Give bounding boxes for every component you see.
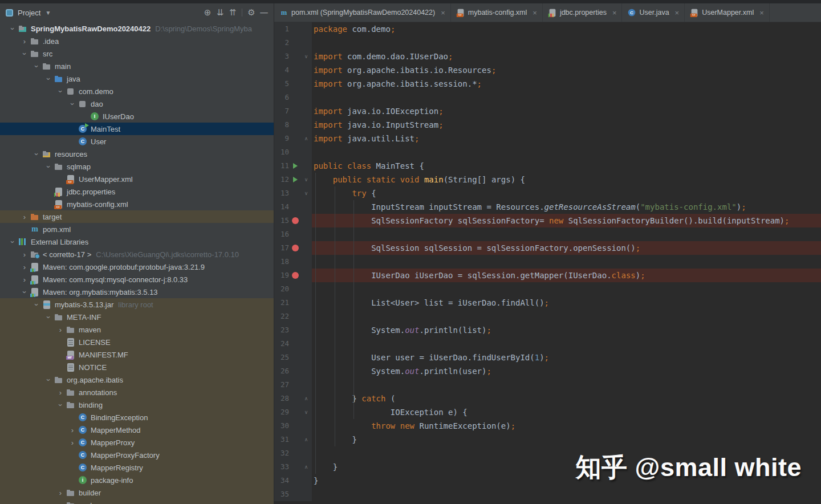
code-text[interactable]: import java.util.List; <box>312 132 821 145</box>
tree-row-mapperproxyfactory[interactable]: CMapperProxyFactory <box>0 449 274 461</box>
code-text[interactable]: import java.io.InputStream; <box>312 118 821 132</box>
chevron-right-icon[interactable]: › <box>55 502 66 504</box>
tree-row-usermapper-xml[interactable]: <>UserMapper.xml <box>0 173 274 185</box>
code-text[interactable]: IOException e) { <box>312 405 821 419</box>
tree-row-mybatis-config-xml[interactable]: <>mybatis-config.xml <box>0 198 274 210</box>
tab-close-icon[interactable]: × <box>759 9 764 17</box>
tree-row-maintest[interactable]: CMainTest <box>0 123 274 135</box>
chevron-right-icon[interactable]: › <box>67 439 78 446</box>
tree-row-maven-com-mysql-mysql-connector-j-8-0-33[interactable]: ›Maven: com.mysql:mysql-connector-j:8.0.… <box>0 273 274 286</box>
tree-row-pom-xml[interactable]: mpom.xml <box>0 223 274 235</box>
chevron-right-icon[interactable]: › <box>33 299 40 310</box>
chevron-right-icon[interactable]: › <box>55 389 66 396</box>
tree-row-user[interactable]: CUser <box>0 135 274 148</box>
fold-icon[interactable]: ∧ <box>302 392 311 405</box>
chevron-right-icon[interactable]: › <box>57 86 64 97</box>
tree-row-sqlmap[interactable]: ›sqlmap <box>0 160 274 173</box>
tree-row-corretto-17[interactable]: ›< corretto-17 >C:\Users\XieGuangQi\.jdk… <box>0 248 274 261</box>
tree-row-iuserdao[interactable]: IIUserDao <box>0 110 274 123</box>
fold-icon[interactable]: ∧ <box>302 132 311 145</box>
tree-row-external-libraries[interactable]: ›External Libraries <box>0 235 274 248</box>
tab-mybatis-config-xml[interactable]: <>mybatis-config.xml× <box>451 3 543 22</box>
code-text[interactable]: public static void main(String[] args) { <box>312 173 821 186</box>
tree-row-mapperregistry[interactable]: CMapperRegistry <box>0 461 274 474</box>
tree-row-com-demo[interactable]: ›com.demo <box>0 85 274 97</box>
chevron-right-icon[interactable]: › <box>9 236 17 247</box>
chevron-right-icon[interactable]: › <box>9 23 17 34</box>
chevron-right-icon[interactable]: › <box>19 276 30 283</box>
code-text[interactable]: import java.io.IOException; <box>312 104 821 118</box>
fold-icon[interactable]: ∧ <box>302 433 311 446</box>
code-text[interactable]: throw new RuntimeException(e); <box>312 419 821 433</box>
code-text[interactable]: IUserDao iUserDao = sqlSession.getMapper… <box>312 269 821 282</box>
tree-row-maven[interactable]: ›maven <box>0 323 274 336</box>
fold-icon[interactable]: ∧ <box>302 460 311 474</box>
code-text[interactable] <box>312 282 821 296</box>
chevron-right-icon[interactable]: › <box>57 399 64 410</box>
code-text[interactable]: import org.apache.ibatis.session.*; <box>312 77 821 91</box>
tree-row-cache[interactable]: ›cache <box>0 499 274 504</box>
tree-row-manifest-mf[interactable]: MFMANIFEST.MF <box>0 348 274 361</box>
tab-close-icon[interactable]: × <box>441 9 445 17</box>
chevron-right-icon[interactable]: › <box>33 148 40 160</box>
code-text[interactable]: import org.apache.ibatis.io.Resources; <box>312 63 821 77</box>
chevron-right-icon[interactable]: › <box>19 263 30 271</box>
tree-row-builder[interactable]: ›builder <box>0 486 274 499</box>
code-text[interactable]: package com.demo; <box>312 22 821 36</box>
breakpoint-icon[interactable] <box>292 245 299 251</box>
chevron-right-icon[interactable]: › <box>45 374 52 385</box>
code-text[interactable]: List<User> list = iUserDao.findAll(); <box>312 296 821 310</box>
code-text[interactable]: try { <box>312 186 821 200</box>
tree-row-package-info[interactable]: ipackage-info <box>0 474 274 486</box>
chevron-right-icon[interactable]: › <box>21 286 29 298</box>
project-panel-title[interactable]: Project <box>18 9 40 17</box>
collapse-all-icon[interactable]: ⇈ <box>226 7 239 18</box>
tree-row-dao[interactable]: ›dao <box>0 97 274 110</box>
tree-row-mappermethod[interactable]: ›CMapperMethod <box>0 424 274 436</box>
code-text[interactable] <box>312 227 821 241</box>
tree-row-idea[interactable]: ›.idea <box>0 35 274 47</box>
chevron-right-icon[interactable]: › <box>67 426 78 434</box>
code-text[interactable]: System.out.println(user); <box>312 364 821 378</box>
tab-usermapper-xml[interactable]: <>UserMapper.xml× <box>685 3 770 22</box>
locate-icon[interactable]: ⊕ <box>201 7 214 18</box>
chevron-down-icon[interactable]: ▼ <box>45 10 51 16</box>
tree-row-mapperproxy[interactable]: ›CMapperProxy <box>0 436 274 449</box>
code-text[interactable] <box>312 91 821 104</box>
code-text[interactable]: SqlSession sqlSession = sqlSessionFactor… <box>312 241 821 255</box>
tree-row-org-apache-ibatis[interactable]: ›org.apache.ibatis <box>0 373 274 386</box>
code-text[interactable]: public class MainTest { <box>312 159 821 173</box>
code-text[interactable]: User user = iUserDao.findUserById(1); <box>312 351 821 364</box>
tree-row-annotations[interactable]: ›annotations <box>0 386 274 399</box>
code-text[interactable] <box>312 36 821 50</box>
tab-close-icon[interactable]: × <box>675 9 680 17</box>
code-text[interactable] <box>312 487 821 501</box>
tree-row-meta-inf[interactable]: ›META-INF <box>0 311 274 323</box>
settings-icon[interactable]: ⚙ <box>245 7 258 18</box>
tree-row-bindingexception[interactable]: CBindingException <box>0 411 274 424</box>
code-text[interactable] <box>312 337 821 351</box>
tree-row-notice[interactable]: NOTICE <box>0 361 274 373</box>
code-text[interactable] <box>312 378 821 392</box>
breakpoint-icon[interactable] <box>292 272 299 279</box>
fold-icon[interactable]: ∨ <box>302 405 311 419</box>
code-text[interactable] <box>312 255 821 269</box>
tree-row-target[interactable]: ›target <box>0 210 274 223</box>
chevron-right-icon[interactable]: › <box>45 311 52 323</box>
tree-row-binding[interactable]: ›binding <box>0 399 274 411</box>
chevron-right-icon[interactable]: › <box>19 251 30 258</box>
chevron-right-icon[interactable]: › <box>69 98 76 109</box>
tree-row-maven-com-google-protobuf-protobuf-java-3-21-9[interactable]: ›Maven: com.google.protobuf:protobuf-jav… <box>0 261 274 273</box>
code-text[interactable]: } catch ( <box>312 392 821 405</box>
tab-close-icon[interactable]: × <box>612 9 617 17</box>
fold-icon[interactable]: ∨ <box>302 186 311 200</box>
chevron-right-icon[interactable]: › <box>19 213 30 221</box>
chevron-right-icon[interactable]: › <box>33 60 40 72</box>
tree-row-maven-org-mybatis-mybatis-3-5-13[interactable]: ›Maven: org.mybatis:mybatis:3.5.13 <box>0 286 274 298</box>
code-text[interactable]: import com.demo.dao.IUserDao; <box>312 50 821 63</box>
tab-user-java[interactable]: CUser.java× <box>622 3 685 22</box>
breakpoint-icon[interactable] <box>292 217 299 224</box>
code-text[interactable]: SqlSessionFactory sqlSessionFactory= new… <box>312 214 821 227</box>
code-text[interactable]: System.out.println(list); <box>312 323 821 337</box>
fold-icon[interactable]: ∨ <box>302 50 311 63</box>
